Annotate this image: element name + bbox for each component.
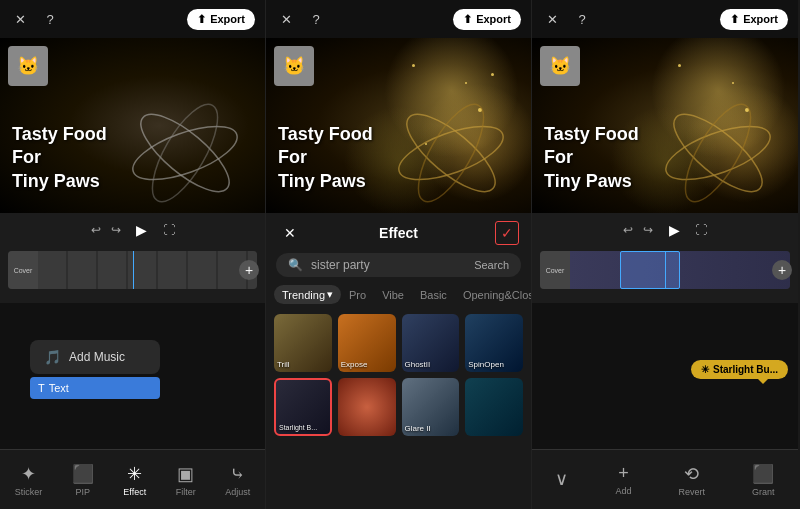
preview-area-2: 🐱 Tasty Food For Tiny Paws (266, 38, 531, 213)
effect-expose[interactable]: Expose (338, 314, 396, 372)
sticker-tool[interactable]: ✦ Sticker (7, 459, 51, 501)
top-bar-2: ✕ ? ⬆ Export (266, 0, 531, 38)
play-button-3[interactable]: ▶ (663, 219, 685, 241)
effect-ghostii[interactable]: GhostII (402, 314, 460, 372)
starlight-tooltip: ✳ Starlight Bu... (691, 360, 788, 379)
tooltip-label: Starlight Bu... (713, 364, 778, 375)
adjust-tool[interactable]: ⤷ Adjust (217, 459, 258, 501)
top-bar-3: ✕ ? ⬆ Export (532, 0, 798, 38)
effect-spinopen[interactable]: SpinOpen (465, 314, 523, 372)
overlay-text-2: Tasty Food For Tiny Paws (278, 123, 373, 193)
panel-1: ✕ ? ⬆ Export 🐱 Tasty Food For Tiny Paws … (0, 0, 266, 509)
svg-point-5 (406, 103, 496, 203)
music-icon: 🎵 (44, 349, 61, 365)
svg-point-2 (140, 103, 230, 203)
redo-icon[interactable]: ↪ (111, 223, 121, 237)
search-button[interactable]: Search (474, 259, 509, 271)
effect-6[interactable] (338, 378, 396, 436)
effect-selected[interactable]: Starlight B... (274, 378, 332, 436)
export-button-3[interactable]: ⬆ Export (720, 9, 788, 30)
adjust-label: Adjust (225, 487, 250, 497)
grant-tool[interactable]: ⬛ Grant (744, 459, 783, 501)
cover-label-1: Cover (8, 251, 38, 289)
popup-menu: 🎵 Add Music (30, 340, 160, 374)
text-track-label: Text (49, 382, 69, 394)
add-clip-button-3[interactable]: + (772, 260, 792, 280)
search-input[interactable]: sister party (311, 258, 466, 272)
effect-label: Effect (123, 487, 146, 497)
effect-tool[interactable]: ✳ Effect (115, 459, 154, 501)
cat-thumbnail: 🐱 (8, 46, 48, 86)
filter-label: Filter (176, 487, 196, 497)
tab-trending[interactable]: Trending ▾ (274, 285, 341, 304)
panel-3: ✕ ? ⬆ Export 🐱 Tasty Food For Tiny Paws … (532, 0, 798, 509)
effect-8[interactable] (465, 378, 523, 436)
close-icon[interactable]: ✕ (10, 9, 30, 29)
effect-header: ✕ Effect ✓ (266, 213, 531, 253)
filter-tool[interactable]: ▣ Filter (168, 459, 204, 501)
fullscreen-icon[interactable]: ⛶ (163, 223, 175, 237)
export-button-2[interactable]: ⬆ Export (453, 9, 521, 30)
export-button[interactable]: ⬆ Export (187, 9, 255, 30)
effect-glaerii[interactable]: Glare II (402, 378, 460, 436)
close-icon-2[interactable]: ✕ (276, 9, 296, 29)
panel-2: ✕ ? ⬆ Export 🐱 Tasty Food For Tiny Paws … (266, 0, 532, 509)
playhead-1 (133, 251, 134, 289)
trending-label: Trending (282, 289, 325, 301)
add-music-item[interactable]: 🎵 Add Music (30, 340, 160, 374)
add-clip-button-1[interactable]: + (239, 260, 259, 280)
svg-point-0 (126, 115, 243, 190)
export-icon-2: ⬆ (463, 13, 472, 26)
timeline-track-1: Cover (8, 251, 257, 289)
help-icon-3[interactable]: ? (572, 9, 592, 29)
help-icon-2[interactable]: ? (306, 9, 326, 29)
filter-tabs: Trending ▾ Pro Vibe Basic Opening&Clos..… (266, 285, 531, 310)
tab-opening[interactable]: Opening&Clos... (455, 285, 531, 304)
top-bar-left-icons: ✕ ? (10, 9, 60, 29)
close-icon-3[interactable]: ✕ (542, 9, 562, 29)
effect-close-button[interactable]: ✕ (278, 221, 302, 245)
transport-bar-3: ↩ ↪ ▶ ⛶ (536, 219, 794, 241)
fullscreen-icon-3[interactable]: ⛶ (695, 223, 707, 237)
add-tool[interactable]: + Add (607, 459, 639, 500)
adjust-icon: ⤷ (230, 463, 245, 485)
timeline-area-3: ↩ ↪ ▶ ⛶ 00:03 / 00:05 10% Cover + (532, 213, 798, 303)
playhead-3 (665, 251, 666, 289)
bottom-toolbar-3: ∨ + Add ⟲ Revert ⬛ Grant (532, 449, 798, 509)
tab-basic[interactable]: Basic (412, 285, 455, 304)
revert-label: Revert (678, 487, 705, 497)
orbital-decoration-3 (658, 103, 778, 203)
effect-icon: ✳ (127, 463, 142, 485)
export-icon-3: ⬆ (730, 13, 739, 26)
svg-point-6 (659, 115, 776, 190)
pip-tool[interactable]: ⬛ PIP (64, 459, 102, 501)
add-music-label: Add Music (69, 350, 125, 364)
undo-icon[interactable]: ↩ (91, 223, 101, 237)
revert-icon: ⟲ (684, 463, 699, 485)
cover-label-3: Cover (540, 251, 570, 289)
trending-arrow: ▾ (327, 288, 333, 301)
revert-tool[interactable]: ⟲ Revert (670, 459, 713, 501)
collapse-tool[interactable]: ∨ (547, 464, 576, 496)
bottom-toolbar-1: ✦ Sticker ⬛ PIP ✳ Effect ▣ Filter ⤷ Adju… (0, 449, 265, 509)
preview-area-1: 🐱 Tasty Food For Tiny Paws (0, 38, 265, 213)
redo-icon-3[interactable]: ↪ (643, 223, 653, 237)
top-bar-left-icons-2: ✕ ? (276, 9, 326, 29)
effect-trill[interactable]: Trill (274, 314, 332, 372)
transport-bar-1: ↩ ↪ ▶ ⛶ (4, 219, 261, 241)
export-icon: ⬆ (197, 13, 206, 26)
play-button-1[interactable]: ▶ (131, 219, 153, 241)
pip-icon: ⬛ (72, 463, 94, 485)
effect-search-bar: 🔍 sister party Search (276, 253, 521, 277)
undo-icon-3[interactable]: ↩ (623, 223, 633, 237)
tab-pro[interactable]: Pro (341, 285, 374, 304)
effect-confirm-button[interactable]: ✓ (495, 221, 519, 245)
overlay-text-1: Tasty Food For Tiny Paws (12, 123, 107, 193)
effect-panel: ✕ Effect ✓ 🔍 sister party Search Trendin… (266, 213, 531, 509)
collapse-icon: ∨ (555, 468, 568, 490)
add-label: Add (615, 486, 631, 496)
text-track-icon: T (38, 382, 45, 394)
preview-area-3: 🐱 Tasty Food For Tiny Paws (532, 38, 798, 213)
help-icon[interactable]: ? (40, 9, 60, 29)
tab-vibe[interactable]: Vibe (374, 285, 412, 304)
